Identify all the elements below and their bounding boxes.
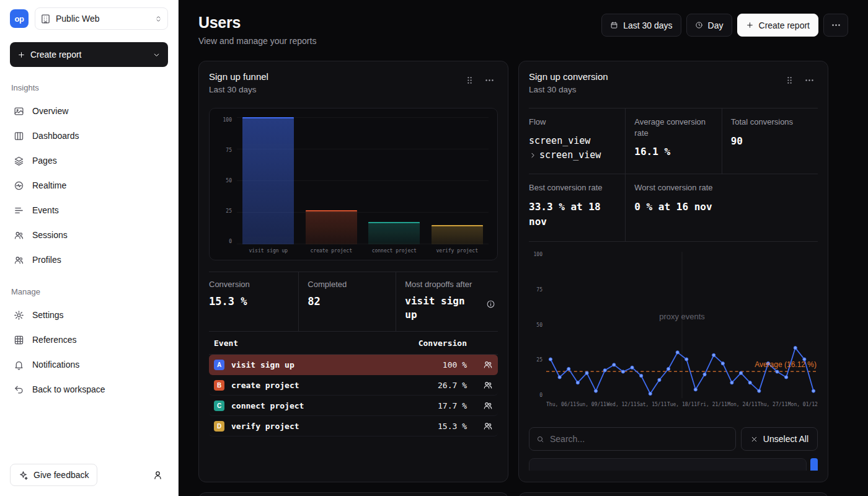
flow-step-1: screen_view — [529, 134, 618, 148]
create-report-label: Create report — [30, 50, 81, 60]
line-x-label: Thu, 27/11 — [758, 402, 787, 407]
app-logo[interactable]: op — [10, 9, 29, 28]
funnel-table-row[interactable]: Dverify project15.3 % — [209, 416, 498, 436]
info-icon[interactable] — [486, 299, 495, 309]
y-tick-label: 75 — [226, 148, 232, 153]
sidebar-footer: Give feedback — [10, 464, 168, 486]
sidebar-item-pages[interactable]: Pages — [10, 148, 168, 173]
calendar-icon — [610, 21, 618, 29]
line-x-label: Wed, 12/11 — [606, 402, 636, 407]
sidebar-item-label: Events — [32, 205, 59, 215]
sidebar-item-dashboards[interactable]: Dashboards — [10, 123, 168, 148]
overview-icon — [14, 106, 24, 117]
stat-flow: Flow screen_view screen_view — [529, 108, 625, 174]
funnel-plot — [237, 117, 489, 244]
funnel-bar[interactable] — [368, 222, 420, 244]
create-report-button[interactable]: Create report — [737, 14, 818, 37]
sidebar-item-realtime[interactable]: Realtime — [10, 173, 168, 198]
page-title: Users — [198, 14, 316, 32]
notifications-icon — [14, 360, 24, 370]
funnel-bar-chart: 1007550250 visit sign upcreate projectco… — [209, 108, 498, 260]
stat-average-rate: Average conversion rate 16.1 % — [625, 108, 721, 174]
sessions-icon — [14, 230, 24, 241]
sidebar-item-profiles[interactable]: Profiles — [10, 247, 168, 272]
series-list-item[interactable] — [529, 458, 807, 471]
sidebar-item-overview[interactable]: Overview — [10, 99, 168, 123]
plus-icon — [17, 51, 25, 59]
ellipsis-icon — [831, 20, 841, 30]
line-x-label: Mon, 24/11 — [727, 402, 757, 407]
funnel-bar[interactable] — [432, 225, 483, 244]
sidebar-item-label: Dashboards — [32, 131, 79, 141]
page-header: Users View and manage your reports Last … — [198, 14, 848, 46]
stat-worst-rate: Worst conversion rate 0 % at 16 nov — [625, 174, 721, 241]
funnel-y-axis: 1007550250 — [218, 117, 232, 244]
event-name: create project — [231, 381, 415, 390]
unselect-all-button[interactable]: Unselect All — [741, 427, 818, 451]
conversion-controls: Unselect All — [529, 427, 818, 451]
y-tick-label: 50 — [226, 178, 232, 184]
event-conversion-value: 100 % — [415, 360, 467, 370]
funnel-x-label: create project — [300, 248, 363, 254]
grip-icon — [784, 75, 795, 86]
sidebar-item-sessions[interactable]: Sessions — [10, 223, 168, 247]
more-options-button[interactable] — [823, 14, 848, 37]
sidebar-item-references[interactable]: References — [10, 327, 168, 352]
report-card-stub — [518, 492, 828, 496]
y-tick-label: 0 — [539, 392, 542, 398]
page-subtitle: View and manage your reports — [198, 36, 316, 46]
event-badge: D — [214, 421, 224, 432]
line-y-axis: 1007550250 — [529, 252, 542, 398]
drag-handle[interactable] — [461, 71, 478, 89]
conversion-line-chart: 1007550250 proxy events Average (16.12 %… — [529, 252, 818, 398]
back-icon — [14, 384, 24, 395]
interval-button[interactable]: Day — [686, 14, 732, 37]
event-conversion-value: 17.7 % — [415, 401, 467, 410]
funnel-table-row[interactable]: Avisit sign up100 % — [209, 355, 498, 375]
sidebar-item-label: Profiles — [32, 255, 61, 265]
sidebar-item-label: Realtime — [32, 180, 66, 190]
funnel-bar[interactable] — [306, 210, 357, 244]
workspace-selector[interactable]: Public Web — [35, 7, 168, 30]
card-menu-button[interactable] — [800, 71, 818, 89]
users-icon[interactable] — [467, 380, 493, 390]
event-badge: A — [214, 360, 224, 370]
workspace-name: Public Web — [56, 14, 100, 24]
report-card-stub — [198, 492, 508, 496]
give-feedback-button[interactable]: Give feedback — [10, 464, 97, 486]
event-badge: C — [214, 401, 224, 411]
search-input[interactable] — [550, 434, 728, 444]
date-range-button[interactable]: Last 30 days — [601, 14, 681, 37]
series-list-peek — [529, 458, 818, 471]
nav-section-label: Manage — [10, 287, 168, 296]
line-x-label: Thu, 06/11 — [546, 402, 576, 407]
line-x-label: Fri, 21/11 — [698, 402, 727, 407]
users-icon[interactable] — [467, 421, 493, 431]
event-name: connect project — [231, 401, 415, 410]
users-icon[interactable] — [467, 401, 493, 410]
series-list-scroll-thumb[interactable] — [810, 458, 818, 471]
funnel-table-row[interactable]: Cconnect project17.7 % — [209, 396, 498, 416]
sidebar-item-settings[interactable]: Settings — [10, 303, 168, 327]
funnel-bar-group[interactable] — [426, 117, 489, 244]
funnel-bar-group[interactable] — [300, 117, 363, 244]
chevrons-updown-icon — [154, 15, 162, 23]
sidebar-item-events[interactable]: Events — [10, 198, 168, 223]
sidebar-create-report-button[interactable]: Create report — [10, 42, 168, 67]
event-name: verify project — [231, 422, 415, 431]
drag-handle[interactable] — [781, 71, 798, 89]
flow-step-2: screen_view — [539, 148, 601, 162]
funnel-table-row[interactable]: Bcreate project26.7 % — [209, 375, 498, 396]
card-subtitle: Last 30 days — [529, 85, 608, 94]
funnel-bar-group[interactable] — [237, 117, 300, 244]
event-conversion-value: 26.7 % — [415, 381, 467, 390]
sidebar-item-back-to-workspace[interactable]: Back to workspace — [10, 377, 168, 402]
sidebar-item-notifications[interactable]: Notifications — [10, 352, 168, 377]
funnel-bar[interactable] — [242, 117, 294, 244]
profile-button[interactable] — [147, 464, 168, 485]
card-menu-button[interactable] — [480, 71, 498, 89]
funnel-bar-group[interactable] — [363, 117, 426, 244]
stat-total-conversions: Total conversions 90 — [722, 108, 818, 174]
sidebar-item-label: Settings — [32, 310, 64, 320]
users-icon[interactable] — [467, 360, 493, 370]
